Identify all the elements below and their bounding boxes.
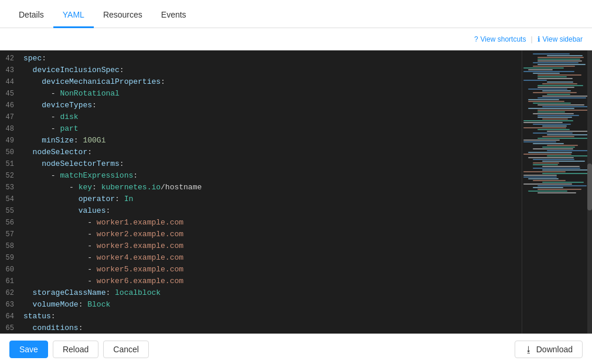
- editor-main[interactable]: 42spec:43 deviceInclusionSpec:44 deviceM…: [0, 50, 522, 334]
- bottom-bar: Save Reload Cancel ⭳ Download: [0, 334, 592, 364]
- reload-button[interactable]: Reload: [53, 341, 98, 358]
- cancel-button[interactable]: Cancel: [103, 341, 149, 358]
- code-line: 59 - worker4.example.com: [0, 252, 522, 264]
- tab-resources[interactable]: Resources: [94, 3, 152, 28]
- tab-details[interactable]: Details: [9, 3, 53, 28]
- code-line: 64status:: [0, 311, 522, 322]
- toolbar-separator: |: [530, 35, 532, 43]
- question-icon: ?: [474, 35, 478, 43]
- save-button[interactable]: Save: [9, 341, 48, 358]
- scrollbar-track: [587, 50, 592, 334]
- scrollbar-thumb[interactable]: [587, 164, 592, 210]
- editor-minimap: [522, 50, 592, 334]
- code-line: 60 - worker5.example.com: [0, 264, 522, 275]
- code-line: 62 storageClassName: localblock: [0, 287, 522, 299]
- view-shortcuts-link[interactable]: ? View shortcuts: [474, 35, 526, 43]
- tab-events[interactable]: Events: [152, 3, 196, 28]
- minimap-content: [522, 50, 592, 196]
- view-sidebar-link[interactable]: ℹ View sidebar: [537, 35, 583, 43]
- code-editor[interactable]: 42spec:43 deviceInclusionSpec:44 deviceM…: [0, 50, 522, 334]
- code-line: 45 - NonRotational: [0, 88, 522, 100]
- code-line: 50 nodeSelector:: [0, 147, 522, 158]
- toolbar: ? View shortcuts | ℹ View sidebar: [0, 28, 592, 50]
- code-line: 57 - worker2.example.com: [0, 229, 522, 240]
- download-button[interactable]: ⭳ Download: [515, 341, 583, 358]
- code-line: 55 values:: [0, 205, 522, 217]
- code-line: 47 - disk: [0, 111, 522, 123]
- info-icon: ℹ: [537, 35, 540, 43]
- code-line: 54 operator: In: [0, 193, 522, 205]
- code-line: 51 nodeSelectorTerms:: [0, 158, 522, 170]
- code-line: 53 - key: kubernetes.io/hostname: [0, 182, 522, 193]
- code-line: 63 volumeMode: Block: [0, 299, 522, 311]
- code-line: 49 minSize: 100Gi: [0, 135, 522, 147]
- download-icon: ⭳: [525, 345, 533, 354]
- code-line: 65 conditions:: [0, 322, 522, 334]
- tabs-bar: Details YAML Resources Events: [0, 0, 592, 28]
- bottom-left-actions: Save Reload Cancel: [9, 341, 149, 358]
- code-line: 42spec:: [0, 53, 522, 64]
- code-line: 58 - worker3.example.com: [0, 240, 522, 252]
- code-line: 43 deviceInclusionSpec:: [0, 64, 522, 76]
- code-line: 56 - worker1.example.com: [0, 217, 522, 229]
- tab-yaml[interactable]: YAML: [53, 3, 94, 28]
- code-line: 52 - matchExpressions:: [0, 170, 522, 182]
- bottom-right-actions: ⭳ Download: [515, 341, 583, 358]
- code-line: 46 deviceTypes:: [0, 100, 522, 111]
- editor-area: 42spec:43 deviceInclusionSpec:44 deviceM…: [0, 50, 592, 334]
- code-line: 61 - worker6.example.com: [0, 275, 522, 287]
- code-line: 48 - part: [0, 123, 522, 135]
- code-line: 44 deviceMechanicalProperties:: [0, 76, 522, 88]
